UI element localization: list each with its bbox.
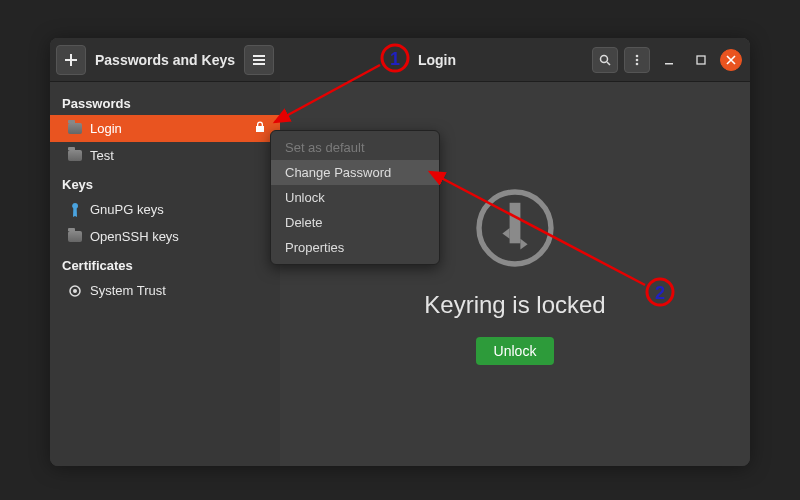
sidebar-body: Passwords Login Test Keys GnuPG keys: [50, 82, 280, 304]
svg-marker-9: [502, 228, 509, 239]
locked-text: Keyring is locked: [424, 291, 605, 319]
plus-icon: [65, 54, 77, 66]
sidebar-item-label: GnuPG keys: [90, 202, 266, 217]
unlock-button[interactable]: Unlock: [476, 337, 555, 365]
maximize-icon: [695, 54, 707, 66]
gpg-icon: [68, 203, 82, 217]
sidebar-item-login[interactable]: Login: [50, 115, 280, 142]
sidebar-menu-button[interactable]: [244, 45, 274, 75]
app-title: Passwords and Keys: [92, 52, 238, 68]
menu-change-password[interactable]: Change Password: [271, 160, 439, 185]
svg-point-3: [636, 54, 639, 57]
svg-point-2: [601, 55, 608, 62]
close-icon: [726, 55, 736, 65]
sidebar-item-label: OpenSSH keys: [90, 229, 266, 244]
svg-point-5: [636, 62, 639, 65]
section-certificates: Certificates: [50, 250, 280, 277]
svg-point-1: [73, 289, 77, 293]
sidebar-item-systemtrust[interactable]: System Trust: [50, 277, 280, 304]
context-menu: Set as default Change Password Unlock De…: [270, 130, 440, 265]
kebab-icon: [635, 54, 639, 66]
add-button[interactable]: [56, 45, 86, 75]
folder-icon: [68, 231, 82, 242]
svg-rect-6: [697, 56, 705, 64]
folder-icon: [68, 150, 82, 161]
sidebar-item-label: System Trust: [90, 283, 266, 298]
keyring-lock-icon: [470, 183, 560, 273]
minimize-icon: [663, 54, 675, 66]
section-keys: Keys: [50, 169, 280, 196]
maximize-button[interactable]: [688, 47, 714, 73]
section-passwords: Passwords: [50, 88, 280, 115]
close-button[interactable]: [720, 49, 742, 71]
sidebar-item-gnupg[interactable]: GnuPG keys: [50, 196, 280, 223]
search-icon: [599, 54, 611, 66]
lock-icon: [254, 121, 266, 136]
menu-unlock[interactable]: Unlock: [271, 185, 439, 210]
svg-marker-10: [520, 239, 527, 250]
sidebar: Passwords and Keys Passwords Login Test …: [50, 38, 280, 466]
kebab-button[interactable]: [624, 47, 650, 73]
gear-icon: [68, 284, 82, 298]
sidebar-item-label: Test: [90, 148, 266, 163]
main-title: Login: [288, 52, 586, 68]
svg-point-4: [636, 58, 639, 61]
menu-set-as-default: Set as default: [271, 135, 439, 160]
hamburger-icon: [253, 55, 265, 65]
main-header: Login: [280, 38, 750, 82]
minimize-button[interactable]: [656, 47, 682, 73]
sidebar-item-openssh[interactable]: OpenSSH keys: [50, 223, 280, 250]
sidebar-header: Passwords and Keys: [50, 38, 280, 82]
menu-delete[interactable]: Delete: [271, 210, 439, 235]
folder-icon: [68, 123, 82, 134]
sidebar-item-label: Login: [90, 121, 246, 136]
svg-rect-8: [510, 203, 521, 244]
search-button[interactable]: [592, 47, 618, 73]
sidebar-item-test[interactable]: Test: [50, 142, 280, 169]
menu-properties[interactable]: Properties: [271, 235, 439, 260]
